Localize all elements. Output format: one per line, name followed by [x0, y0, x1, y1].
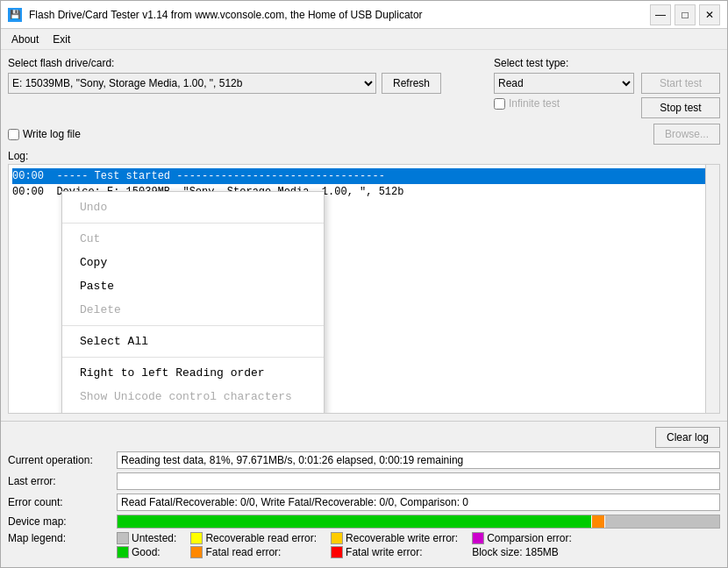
legend-blocksize: Block size: 185MB	[472, 546, 572, 558]
ctx-sep-2	[62, 325, 324, 326]
comparison-color-swatch	[472, 532, 484, 544]
legend-fatal-write: Fatal write error:	[331, 546, 458, 558]
title-bar-left: 💾 Flash Drive/Card Tester v1.14 from www…	[8, 8, 423, 22]
menu-exit[interactable]: Exit	[46, 32, 77, 47]
current-operation-value: Reading test data, 81%, 97.671MB/s, 0:01…	[117, 451, 720, 469]
legend-comparison: Comparsion error:	[472, 532, 572, 544]
map-legend-row: Map legend: Untested: Good:	[8, 532, 720, 558]
last-error-row: Last error:	[8, 472, 720, 490]
fatal-read-color-swatch	[190, 546, 203, 558]
fatal-write-label: Fatal write error:	[346, 546, 422, 558]
ctx-insert-unicode[interactable]: Insert Unicode control character ▶	[62, 408, 324, 414]
fatal-read-label: Fatal read error:	[205, 546, 281, 558]
blocksize-label: Block size: 185MB	[472, 546, 559, 558]
good-label: Good:	[132, 546, 161, 558]
recoverable-read-color-swatch	[190, 532, 203, 544]
log-line-1: 00:00 ----- Test started ---------------…	[12, 168, 716, 184]
app-icon: 💾	[8, 8, 22, 22]
ctx-sep-1	[62, 223, 324, 224]
write-log-row: Write log file Browse...	[8, 124, 720, 145]
context-menu: Undo Cut Copy Paste Delete	[61, 191, 325, 414]
infinite-test-checkbox[interactable]	[494, 98, 505, 110]
header-area: Select flash drive/card: E: 15039MB, "So…	[8, 57, 720, 118]
maximize-button[interactable]: □	[674, 4, 696, 25]
legend-untested: Untested:	[117, 532, 176, 544]
current-operation-row: Current operation: Reading test data, 81…	[8, 451, 720, 469]
ctx-cut[interactable]: Cut	[62, 227, 324, 251]
title-bar-controls: — □ ✕	[650, 4, 720, 25]
device-map-label: Device map:	[8, 515, 113, 528]
error-count-row: Error count: Read Fatal/Recoverable: 0/0…	[8, 493, 720, 511]
ctx-sep-3	[62, 357, 324, 358]
test-type-label: Select test type:	[494, 57, 634, 69]
ctx-rtl[interactable]: Right to left Reading order	[62, 361, 324, 385]
test-type-dropdown[interactable]: ReadWriteCompare	[494, 73, 634, 94]
window-title: Flash Drive/Card Tester v1.14 from www.v…	[29, 9, 423, 21]
browse-button[interactable]: Browse...	[653, 124, 720, 145]
legend-good: Good:	[117, 546, 176, 558]
device-map	[117, 515, 720, 529]
error-count-label: Error count:	[8, 496, 113, 508]
main-content: Select flash drive/card: E: 15039MB, "So…	[1, 50, 727, 421]
main-window: 💾 Flash Drive/Card Tester v1.14 from www…	[0, 0, 728, 568]
last-error-label: Last error:	[8, 475, 113, 487]
good-color-swatch	[117, 546, 129, 558]
ctx-select-all[interactable]: Select All	[62, 330, 324, 353]
recoverable-write-label: Recoverable write error:	[346, 532, 458, 544]
device-map-row: Device map:	[8, 515, 720, 529]
stop-test-button[interactable]: Stop test	[641, 97, 720, 118]
legend-content: Untested: Good: Recoverable read error:	[117, 532, 720, 558]
ctx-show-unicode[interactable]: Show Unicode control characters	[62, 385, 324, 408]
drive-dropdown[interactable]: E: 15039MB, "Sony, Storage Media, 1.00, …	[8, 73, 376, 94]
ctx-undo[interactable]: Undo	[62, 195, 324, 219]
menu-bar: About Exit	[1, 29, 727, 50]
map-legend-label: Map legend:	[8, 532, 113, 544]
legend-recoverable-read: Recoverable read error:	[190, 532, 317, 544]
ctx-delete[interactable]: Delete	[62, 298, 324, 322]
error-count-value: Read Fatal/Recoverable: 0/0, Write Fatal…	[117, 493, 720, 511]
recoverable-write-color-swatch	[331, 532, 343, 544]
log-area[interactable]: 00:00 ----- Test started ---------------…	[8, 164, 720, 414]
clear-log-button[interactable]: Clear log	[655, 427, 720, 448]
write-log-checkbox[interactable]	[8, 129, 19, 140]
log-label: Log:	[8, 150, 720, 162]
legend-fatal-read: Fatal read error:	[190, 546, 317, 558]
infinite-test-label: Infinite test	[509, 97, 560, 110]
log-section: Log: 00:00 ----- Test started ----------…	[8, 150, 720, 414]
current-operation-label: Current operation:	[8, 454, 113, 466]
last-error-value	[117, 472, 720, 490]
write-log-label: Write log file	[23, 128, 81, 140]
ctx-paste[interactable]: Paste	[62, 274, 324, 298]
legend-recoverable-write: Recoverable write error:	[331, 532, 458, 544]
infinite-test-row: Infinite test	[494, 97, 634, 110]
comparison-label: Comparsion error:	[487, 532, 572, 544]
menu-about[interactable]: About	[4, 32, 46, 47]
recoverable-read-label: Recoverable read error:	[205, 532, 317, 544]
close-button[interactable]: ✕	[699, 4, 720, 25]
title-bar: 💾 Flash Drive/Card Tester v1.14 from www…	[1, 1, 727, 29]
fatal-write-color-swatch	[331, 546, 343, 558]
start-test-button[interactable]: Start test	[641, 73, 720, 94]
untested-label: Untested:	[132, 532, 176, 544]
untested-color-swatch	[117, 532, 129, 544]
refresh-button[interactable]: Refresh	[382, 73, 441, 94]
log-scrollbar[interactable]	[705, 165, 719, 413]
legend-grid: Untested: Good: Recoverable read error:	[117, 532, 720, 558]
drive-section-label: Select flash drive/card:	[8, 57, 487, 69]
bottom-section: Clear log Current operation: Reading tes…	[1, 421, 727, 567]
ctx-copy[interactable]: Copy	[62, 251, 324, 274]
minimize-button[interactable]: —	[650, 4, 671, 25]
